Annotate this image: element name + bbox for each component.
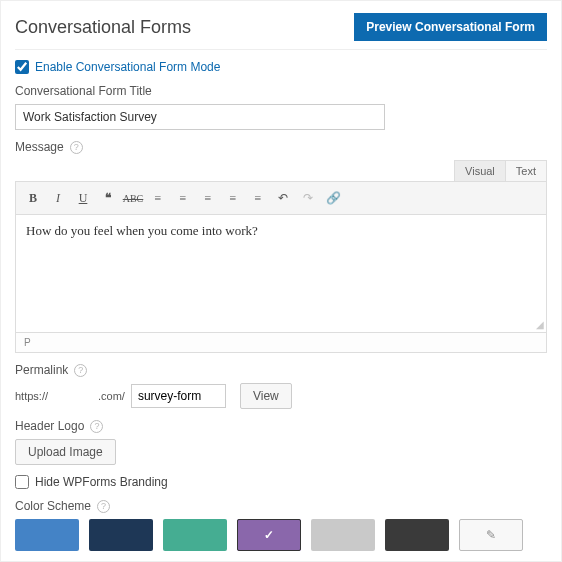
swatch-3[interactable]: ✓ <box>237 519 301 551</box>
align-center-icon[interactable]: ≡ <box>222 187 244 209</box>
resize-handle-icon[interactable]: ◢ <box>536 319 544 330</box>
color-picker-button[interactable]: ✎ <box>459 519 523 551</box>
header-logo-label: Header Logo <box>15 419 84 433</box>
editor-toolbar: B I U ❝ ABC ≡ ≡ ≡ ≡ ≡ ↶ ↷ 🔗 <box>15 181 547 215</box>
redo-icon[interactable]: ↷ <box>297 187 319 209</box>
help-icon[interactable]: ? <box>97 500 110 513</box>
bullet-list-icon[interactable]: ≡ <box>147 187 169 209</box>
message-label: Message <box>15 140 64 154</box>
help-icon[interactable]: ? <box>74 364 87 377</box>
tab-text[interactable]: Text <box>505 160 547 182</box>
undo-icon[interactable]: ↶ <box>272 187 294 209</box>
message-content: How do you feel when you come into work? <box>26 223 258 238</box>
permalink-slug-input[interactable] <box>131 384 226 408</box>
upload-image-button[interactable]: Upload Image <box>15 439 116 465</box>
numbered-list-icon[interactable]: ≡ <box>172 187 194 209</box>
help-icon[interactable]: ? <box>70 141 83 154</box>
hide-branding-label: Hide WPForms Branding <box>35 475 168 489</box>
preview-button[interactable]: Preview Conversational Form <box>354 13 547 41</box>
link-icon[interactable]: 🔗 <box>322 187 344 209</box>
view-button[interactable]: View <box>240 383 292 409</box>
align-left-icon[interactable]: ≡ <box>197 187 219 209</box>
permalink-label: Permalink <box>15 363 68 377</box>
swatch-0[interactable] <box>15 519 79 551</box>
page-title: Conversational Forms <box>15 17 191 38</box>
eyedropper-icon: ✎ <box>486 528 496 542</box>
message-editor[interactable]: How do you feel when you come into work?… <box>15 215 547 333</box>
swatch-2[interactable] <box>163 519 227 551</box>
strikethrough-icon[interactable]: ABC <box>122 187 144 209</box>
form-title-input[interactable] <box>15 104 385 130</box>
swatch-4[interactable] <box>311 519 375 551</box>
editor-path: P <box>15 333 547 353</box>
tab-visual[interactable]: Visual <box>454 160 506 182</box>
enable-mode-checkbox[interactable] <box>15 60 29 74</box>
help-icon[interactable]: ? <box>90 420 103 433</box>
swatch-1[interactable] <box>89 519 153 551</box>
quote-icon[interactable]: ❝ <box>97 187 119 209</box>
permalink-prefix: https:// <box>15 390 48 402</box>
check-icon: ✓ <box>264 528 274 542</box>
underline-icon[interactable]: U <box>72 187 94 209</box>
hide-branding-checkbox[interactable] <box>15 475 29 489</box>
swatch-5[interactable] <box>385 519 449 551</box>
bold-icon[interactable]: B <box>22 187 44 209</box>
form-title-label: Conversational Form Title <box>15 84 547 98</box>
italic-icon[interactable]: I <box>47 187 69 209</box>
enable-mode-label: Enable Conversational Form Mode <box>35 60 220 74</box>
align-right-icon[interactable]: ≡ <box>247 187 269 209</box>
color-swatches: ✓ ✎ <box>15 519 547 551</box>
permalink-domain-suffix: .com/ <box>98 390 125 402</box>
color-scheme-label: Color Scheme <box>15 499 91 513</box>
